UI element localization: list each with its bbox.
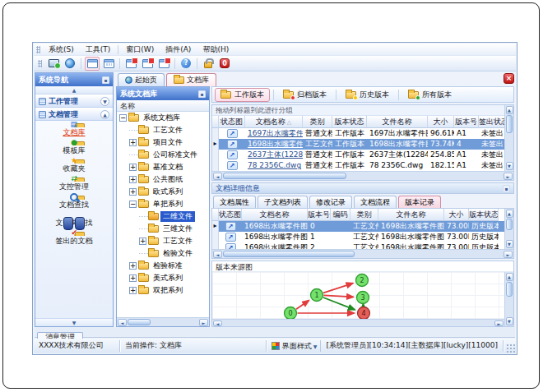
tab-文档库[interactable]: 文档库 bbox=[166, 73, 216, 86]
cell-类别[interactable]: 普通文档 bbox=[303, 150, 332, 160]
cell-版本状态[interactable]: 工作版本 bbox=[332, 128, 367, 139]
cell-文档名称[interactable]: 1698出水嘴零件图.dwg bbox=[242, 221, 308, 232]
cell-状态图[interactable]: ↗ bbox=[219, 221, 242, 232]
cell-类别[interactable]: 工艺文件 bbox=[350, 221, 378, 232]
table-row[interactable]: ↗2637主体(12284).dwg普通文档工作版本2637主体(12284).… bbox=[212, 150, 513, 160]
sidebar-group-0[interactable]: 工作管理▼ bbox=[35, 95, 113, 108]
button-归档版本[interactable]: 归档版本 bbox=[277, 88, 332, 102]
column-header-文档名称[interactable]: 文档名称△ bbox=[245, 116, 303, 128]
scroll-up-icon[interactable]: ▲ bbox=[506, 106, 513, 114]
version-node-3[interactable]: 3 bbox=[357, 292, 369, 304]
expand-icon[interactable]: + bbox=[129, 274, 137, 282]
menu-item-0[interactable]: 系统(S) bbox=[43, 44, 80, 56]
table-row[interactable]: ↗1698出水嘴零件图.dwg1工艺文件1698出水嘴零件图.dwg73.00K… bbox=[212, 232, 513, 242]
message-icon[interactable] bbox=[123, 57, 138, 71]
chevron-down-icon[interactable]: ▼ bbox=[313, 344, 318, 349]
cell-状态图[interactable]: ↗ bbox=[219, 242, 242, 249]
cell-版本状态[interactable]: 工作版本 bbox=[332, 139, 367, 150]
expand-icon[interactable]: + bbox=[139, 238, 146, 245]
scroll-down-icon[interactable]: ▼ bbox=[506, 317, 513, 325]
cell-文件名称[interactable]: 1698出水嘴零件图.dwg bbox=[378, 242, 444, 249]
menu-item-2[interactable]: 窗口(W) bbox=[120, 44, 160, 56]
cell-文件名称[interactable]: 1698出水嘴零件图.dwg bbox=[378, 221, 444, 232]
tree-item-基准文档[interactable]: +基准文档 bbox=[117, 161, 209, 173]
column-header-文件名称[interactable]: 文件名称 bbox=[378, 209, 444, 221]
cell-版本状态[interactable]: 历史版本 bbox=[469, 242, 499, 249]
cell-类别[interactable]: 普通文档 bbox=[303, 160, 332, 171]
column-header-类别[interactable]: 类别 bbox=[350, 209, 378, 221]
tree-item-单把系列[interactable]: −单把系列 bbox=[117, 198, 209, 210]
chevron-down-icon[interactable]: ▼ bbox=[100, 97, 109, 106]
cell-状态图[interactable]: ↗ bbox=[219, 128, 245, 139]
cell-状态图[interactable]: ↗ bbox=[219, 232, 242, 242]
cell-类别[interactable]: 普通文档 bbox=[303, 128, 332, 139]
scroll-up-icon[interactable]: ▲ bbox=[506, 273, 513, 281]
scroll-left-icon[interactable]: ◄ bbox=[213, 321, 222, 326]
cell-版本状态[interactable]: 工作版本 bbox=[332, 150, 367, 160]
cell-类别[interactable]: 工艺文件 bbox=[303, 139, 332, 150]
tree-item-工艺文件[interactable]: +工艺文件 bbox=[117, 235, 209, 247]
interface-style-icon[interactable] bbox=[272, 342, 280, 350]
homepage-icon[interactable] bbox=[63, 57, 77, 71]
column-header-签出状态[interactable]: 签出状态 bbox=[479, 116, 507, 128]
version-table-vscrollbar[interactable]: ▲ ▼ bbox=[504, 209, 513, 249]
column-header-大小[interactable]: 大小 bbox=[428, 116, 454, 128]
cell-文件名称[interactable]: 1697出水嘴零件图.dwg bbox=[367, 128, 428, 139]
scroll-right-icon[interactable]: ► bbox=[504, 251, 513, 258]
tree-item-公共图纸[interactable]: +公共图纸 bbox=[117, 173, 209, 186]
cell-大小[interactable]: 182.15KB bbox=[428, 160, 454, 171]
cell-大小[interactable]: 96.61KB bbox=[428, 128, 454, 139]
expand-icon[interactable]: + bbox=[129, 139, 137, 146]
system-status-icon[interactable] bbox=[46, 57, 61, 71]
tab-起始页[interactable]: 起始页 bbox=[118, 73, 165, 86]
scroll-left-icon[interactable]: ◄ bbox=[213, 251, 222, 258]
detail-tab-子文档列表[interactable]: 子文档列表 bbox=[258, 196, 308, 208]
scroll-left-icon[interactable]: ◄ bbox=[118, 319, 127, 326]
pin-icon[interactable]: ▪ bbox=[198, 90, 206, 98]
cell-编码[interactable] bbox=[331, 232, 350, 242]
button-工作版本[interactable]: 工作版本 bbox=[215, 88, 270, 102]
tree-item-工艺文件[interactable]: 工艺文件 bbox=[117, 124, 209, 136]
sidebar-group-1[interactable]: 文档管理▲ bbox=[35, 108, 113, 121]
table-row[interactable]: ↗1698出水嘴零件图.dwg2工艺文件1698出水嘴零件图.dwg73.00K… bbox=[212, 242, 513, 249]
cell-大小[interactable]: 73.74KB bbox=[428, 139, 454, 150]
detail-tab-文档属性[interactable]: 文档属性 bbox=[213, 196, 256, 208]
tree-item-检验文件[interactable]: 检验文件 bbox=[117, 247, 209, 260]
pin-icon[interactable]: ▪ bbox=[503, 185, 510, 192]
cell-文件名称[interactable]: 78 2356C.dwg bbox=[367, 160, 428, 171]
cell-状态图[interactable]: ↗ bbox=[219, 150, 245, 160]
column-header-版本号[interactable]: 版本号 bbox=[454, 116, 479, 128]
cell-文件名称[interactable]: 1698出水嘴零件图.dwg bbox=[378, 232, 444, 242]
scroll-thumb[interactable] bbox=[506, 219, 513, 230]
version-table-hscrollbar[interactable]: ◄ ► bbox=[212, 249, 513, 258]
scroll-down-icon[interactable]: ▼ bbox=[506, 162, 513, 170]
version-node-0[interactable]: 0 bbox=[285, 307, 297, 320]
cell-版本号[interactable]: A1 bbox=[454, 160, 479, 171]
cell-状态图[interactable]: ↗ bbox=[219, 160, 245, 171]
cell-版本状态[interactable]: 历史版本 bbox=[469, 221, 499, 232]
resize-grip-icon[interactable] bbox=[505, 343, 516, 353]
column-header-文件名称[interactable]: 文件名称 bbox=[367, 116, 428, 128]
cell-版本号[interactable]: 1 bbox=[308, 232, 331, 242]
table-row[interactable]: ▸↗1698出水嘴零件图.dwg0工艺文件1698出水嘴零件图.dwg73.00… bbox=[212, 221, 513, 232]
sidebar-item-签出的文档[interactable]: ✔签出的文档 bbox=[35, 232, 113, 250]
toolbar-drag-handle-icon[interactable] bbox=[38, 60, 42, 67]
table-row[interactable]: ▸↗1698出水嘴零件图.dwg工艺文件工作版本1698出水嘴零件图.dwg73… bbox=[212, 139, 513, 150]
tree-column-header[interactable]: 名称 bbox=[117, 100, 209, 112]
button-历史版本[interactable]: 历史版本 bbox=[340, 88, 395, 102]
sidebar-scroll-up[interactable]: ▲ bbox=[35, 86, 113, 95]
scroll-thumb[interactable] bbox=[128, 319, 151, 325]
menu-drag-handle-icon[interactable] bbox=[36, 46, 40, 53]
column-header-状态图[interactable]: 状态图 bbox=[219, 116, 245, 128]
table-row[interactable]: ↗1697出水嘴零件图.dwg普通文档工作版本1697出水嘴零件图.dwg96.… bbox=[212, 128, 513, 139]
scroll-thumb[interactable] bbox=[223, 173, 346, 179]
scroll-right-icon[interactable]: ► bbox=[494, 321, 504, 326]
cell-版本号[interactable]: 2 bbox=[308, 242, 331, 249]
tree-item-双把系列[interactable]: +双把系列 bbox=[117, 284, 209, 297]
cell-版本状态[interactable]: 工作版本 bbox=[332, 160, 367, 171]
column-header-版本状态[interactable]: 版本状态 bbox=[332, 116, 367, 128]
column-header-版本状态[interactable]: 版本状态 bbox=[469, 209, 499, 221]
collapse-icon[interactable]: − bbox=[129, 201, 137, 208]
cell-版本号[interactable]: 4 bbox=[454, 139, 479, 150]
help-icon[interactable]: ? bbox=[179, 57, 193, 71]
